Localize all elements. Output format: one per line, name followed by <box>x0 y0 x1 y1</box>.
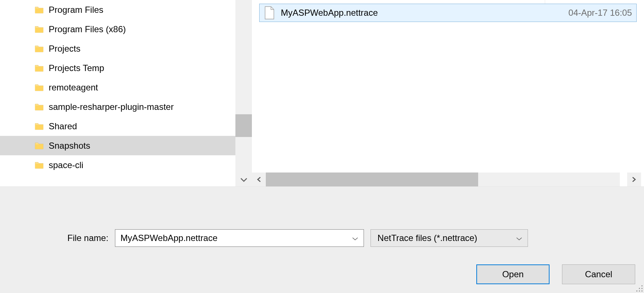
folder-scrollbar[interactable] <box>235 0 252 186</box>
folder-label: Projects Temp <box>49 63 104 73</box>
dialog-buttons: Open Cancel <box>476 264 635 284</box>
scroll-down-button[interactable] <box>235 173 252 186</box>
folder-label: space-cli <box>49 160 83 170</box>
chevron-left-icon <box>256 177 261 182</box>
scrollbar-thumb[interactable] <box>266 173 478 186</box>
folder-icon <box>35 84 44 92</box>
filename-combobox[interactable]: MyASPWebApp.nettrace <box>115 229 364 247</box>
folder-item[interactable]: Projects Temp <box>0 58 235 78</box>
folder-item[interactable]: sample-resharper-plugin-master <box>0 97 235 116</box>
file-date: 04-Apr-17 16:05 <box>569 8 632 18</box>
resize-grip-icon[interactable] <box>635 284 643 292</box>
file-list-pane: MyASPWebApp.nettrace04-Apr-17 16:05 <box>252 0 644 186</box>
folder-item[interactable]: Projects <box>0 39 235 58</box>
folder-item[interactable]: Snapshots <box>0 136 235 155</box>
folder-icon <box>35 142 44 150</box>
folder-item[interactable]: Program Files (x86) <box>0 19 235 39</box>
folder-label: Program Files (x86) <box>49 24 126 34</box>
horizontal-scrollbar[interactable] <box>252 173 641 186</box>
content-panes: Program FilesProgram Files (x86)Projects… <box>0 0 644 187</box>
folder-icon <box>35 103 44 111</box>
file-list[interactable]: MyASPWebApp.nettrace04-Apr-17 16:05 <box>252 4 644 173</box>
folder-label: Shared <box>49 121 77 131</box>
folder-icon <box>35 161 44 169</box>
folder-label: Projects <box>49 44 81 54</box>
folder-label: Snapshots <box>49 141 90 151</box>
filename-input-value: MyASPWebApp.nettrace <box>120 233 352 243</box>
scroll-left-button[interactable] <box>252 173 266 186</box>
column-header-stub <box>252 0 644 4</box>
file-icon <box>264 6 275 19</box>
folder-label: sample-resharper-plugin-master <box>49 102 174 112</box>
chevron-right-icon <box>632 177 637 182</box>
file-open-dialog: Program FilesProgram Files (x86)Projects… <box>0 0 644 293</box>
folder-item[interactable]: Program Files <box>0 0 235 19</box>
scrollbar-thumb[interactable] <box>235 114 252 137</box>
dialog-footer: File name: MyASPWebApp.nettrace NetTrace… <box>0 187 644 293</box>
folder-icon <box>35 25 44 33</box>
folder-tree-pane: Program FilesProgram Files (x86)Projects… <box>0 0 252 186</box>
folder-item[interactable]: remoteagent <box>0 78 235 97</box>
folder-list[interactable]: Program FilesProgram Files (x86)Projects… <box>0 0 235 186</box>
scrollbar-track[interactable] <box>266 173 620 186</box>
cancel-button[interactable]: Cancel <box>562 264 635 284</box>
file-row[interactable]: MyASPWebApp.nettrace04-Apr-17 16:05 <box>259 4 637 22</box>
chevron-down-icon <box>240 177 247 182</box>
file-name: MyASPWebApp.nettrace <box>281 8 378 18</box>
filename-label: File name: <box>67 233 108 243</box>
chevron-down-icon <box>352 233 358 243</box>
folder-icon <box>35 6 44 14</box>
folder-item[interactable]: space-cli <box>0 155 235 175</box>
folder-item[interactable]: Shared <box>0 116 235 136</box>
folder-icon <box>35 64 44 72</box>
open-button[interactable]: Open <box>476 264 550 284</box>
file-type-value: NetTrace files (*.nettrace) <box>377 233 516 243</box>
file-type-filter[interactable]: NetTrace files (*.nettrace) <box>371 229 528 247</box>
folder-icon <box>35 122 44 130</box>
folder-label: remoteagent <box>49 82 98 93</box>
folder-icon <box>35 45 44 53</box>
scroll-right-button[interactable] <box>627 173 641 186</box>
chevron-down-icon <box>516 233 522 243</box>
folder-label: Program Files <box>49 5 103 15</box>
